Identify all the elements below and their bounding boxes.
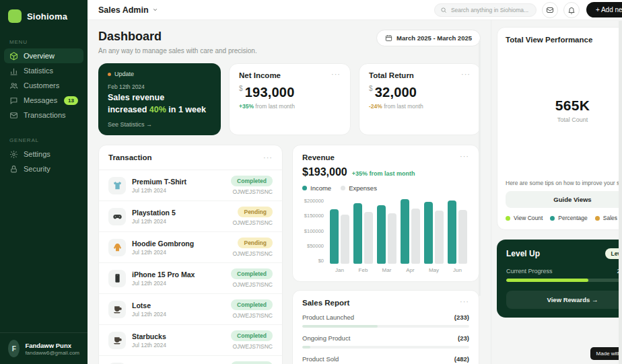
- total-return-card: Total Return ··· $32,000 -24% from last …: [359, 63, 481, 135]
- sidebar-item-messages[interactable]: Messages 13: [4, 93, 83, 108]
- more-options-icon[interactable]: ···: [460, 299, 469, 304]
- more-options-icon[interactable]: ···: [460, 153, 469, 159]
- more-options-icon[interactable]: ···: [331, 71, 341, 77]
- bar-group: Mar: [377, 198, 396, 273]
- date-range-label: March 2025 - March 2025: [396, 34, 472, 42]
- revenue-plot: JanFebMarAprMayJun: [328, 198, 469, 273]
- update-dot-icon: [108, 73, 111, 76]
- sales-report-row: Product Sold (482): [302, 355, 469, 364]
- sidebar-item-overview[interactable]: Overview: [4, 48, 83, 63]
- income-bar: [401, 199, 409, 264]
- total-return-value: $32,000: [369, 85, 471, 100]
- revenue-card: Revenue ··· $193,000 +35% from last mont…: [292, 145, 479, 282]
- transaction-code: OJWEJS7ISNC: [232, 188, 273, 195]
- transaction-status-badge: Completed: [231, 330, 273, 341]
- update-tag: Update: [114, 71, 134, 77]
- more-options-icon[interactable]: ···: [263, 155, 273, 160]
- transaction-list: Premium T-Shirt Jul 12th 2024 Completed …: [99, 170, 282, 364]
- sales-report-count: (233): [454, 314, 469, 321]
- transaction-status-badge: Completed: [231, 299, 273, 310]
- transaction-row[interactable]: Playstation 5 Jul 12th 2024 Pending OJWE…: [99, 201, 282, 232]
- messages-count-badge: 13: [64, 96, 78, 105]
- sidebar-item-customers[interactable]: Customers: [4, 78, 83, 93]
- gear-icon: [9, 150, 18, 159]
- sidebar-item-transactions[interactable]: Transactions: [4, 108, 83, 122]
- transaction-date: Jul 12th 2024: [132, 280, 195, 287]
- transaction-row[interactable]: Hoodie Gombrong Jul 12th 2024 Pending OJ…: [99, 232, 282, 263]
- page-subtitle: An any way to manage sales with care and…: [98, 47, 257, 54]
- view-rewards-button[interactable]: View Rewards →: [506, 291, 622, 309]
- sales-report-label: Product Sold: [302, 355, 339, 363]
- right-panel-scrollbar[interactable]: [619, 21, 622, 364]
- transaction-date: Jul 12th 2024: [132, 311, 166, 318]
- transaction-row[interactable]: Premium T-Shirt Jul 12th 2024 Completed …: [99, 170, 282, 201]
- main-content: Dashboard An any way to manage sales wit…: [88, 20, 491, 364]
- expenses-dot-icon: [341, 186, 345, 190]
- made-with-badge[interactable]: Made with ♥: [590, 347, 622, 360]
- transaction-card: Transaction ··· Premium T-Shirt Jul 12th…: [98, 145, 283, 364]
- transaction-row[interactable]: Starbucks Jul 12th 2024 Completed OJWEJS…: [99, 325, 282, 356]
- x-axis-tick: Jan: [335, 267, 344, 273]
- guide-views-button[interactable]: Guide Views: [506, 191, 622, 208]
- transaction-product-name: Playstation 5: [132, 209, 176, 217]
- y-axis-tick: $50000: [307, 243, 324, 249]
- transaction-code: OJWEJS7ISNC: [232, 281, 273, 288]
- search-input[interactable]: [451, 7, 530, 13]
- net-income-value: $193,000: [239, 85, 341, 100]
- expenses-bar: [388, 213, 396, 264]
- bar-group: Apr: [401, 198, 420, 273]
- transaction-date: Jul 12th 2024: [132, 187, 186, 194]
- inbox-button[interactable]: [542, 2, 558, 18]
- coffee-icon: [108, 301, 126, 318]
- income-bar: [448, 201, 456, 264]
- sales-report-count: (23): [458, 334, 469, 342]
- chevron-down-icon: [152, 7, 158, 13]
- card-title: Revenue: [302, 153, 335, 161]
- brand: Siohioma: [0, 0, 88, 30]
- transaction-product-name: Premium T-Shirt: [132, 178, 186, 186]
- transaction-row[interactable]: Tinek Detstar T-Shirt Jul 12th 2024 Comp…: [99, 356, 282, 364]
- y-axis-tick: $100000: [304, 228, 324, 234]
- transaction-product-name: iPhone 15 Pro Max: [132, 270, 195, 279]
- search-box[interactable]: [434, 3, 537, 17]
- total-view-performance-card: Total View Performance 565K Total Count …: [497, 27, 622, 230]
- see-statistics-link[interactable]: See Statistics →: [108, 121, 211, 128]
- sales-report-count: (482): [454, 355, 469, 363]
- lock-icon: [9, 165, 18, 174]
- user-profile[interactable]: F Fandaww Punx fandaww6@gmail.com: [0, 332, 88, 364]
- level-progress-fill: [506, 279, 588, 282]
- transaction-status-badge: Pending: [238, 207, 273, 217]
- card-title: Total View Performance: [506, 36, 592, 44]
- sales-report-rows: Product Launched (233) Ongoing Product (…: [302, 314, 469, 364]
- sales-report-row: Ongoing Product (23): [302, 334, 469, 349]
- coffee-icon: [108, 332, 126, 349]
- sidebar: Siohioma MENU Overview Statistics Custom…: [0, 0, 88, 364]
- sidebar-item-statistics[interactable]: Statistics: [4, 63, 83, 78]
- transaction-product-name: Starbucks: [132, 332, 166, 340]
- expenses-bar: [341, 215, 349, 264]
- hoodie-icon: [108, 239, 126, 256]
- sidebar-item-label: Settings: [24, 150, 50, 158]
- transaction-product-name: Lotse: [132, 301, 166, 310]
- transaction-row[interactable]: Lotse Jul 12th 2024 Completed OJWEJS7ISN…: [99, 294, 282, 325]
- card-title: Net Income: [239, 71, 281, 79]
- sidebar-item-settings[interactable]: Settings: [4, 147, 83, 161]
- cube-icon: [9, 52, 18, 61]
- more-options-icon[interactable]: ···: [461, 71, 471, 77]
- transaction-status-badge: Pending: [238, 238, 273, 248]
- workspace-switcher[interactable]: Sales Admin: [98, 5, 158, 15]
- workspace-name: Sales Admin: [98, 5, 149, 15]
- sidebar-item-security[interactable]: Security: [4, 161, 83, 176]
- add-new-product-button[interactable]: + Add new product: [586, 2, 622, 17]
- percentage-dot-icon: [550, 216, 555, 221]
- general-section-label: GENERAL: [9, 137, 88, 143]
- user-name: Fandaww Punx: [25, 342, 79, 349]
- main-scrollbar[interactable]: [479, 40, 481, 296]
- brand-name: Siohioma: [27, 11, 67, 22]
- notifications-button[interactable]: [563, 2, 580, 18]
- menu-section-label: MENU: [9, 39, 88, 45]
- transaction-row[interactable]: iPhone 15 Pro Max Jul 12th 2024 Complete…: [99, 263, 282, 294]
- sales-report-card: Sales Report ··· Product Launched (233) …: [292, 290, 479, 364]
- date-range-picker[interactable]: March 2025 - March 2025: [376, 30, 481, 46]
- income-bar: [353, 203, 362, 264]
